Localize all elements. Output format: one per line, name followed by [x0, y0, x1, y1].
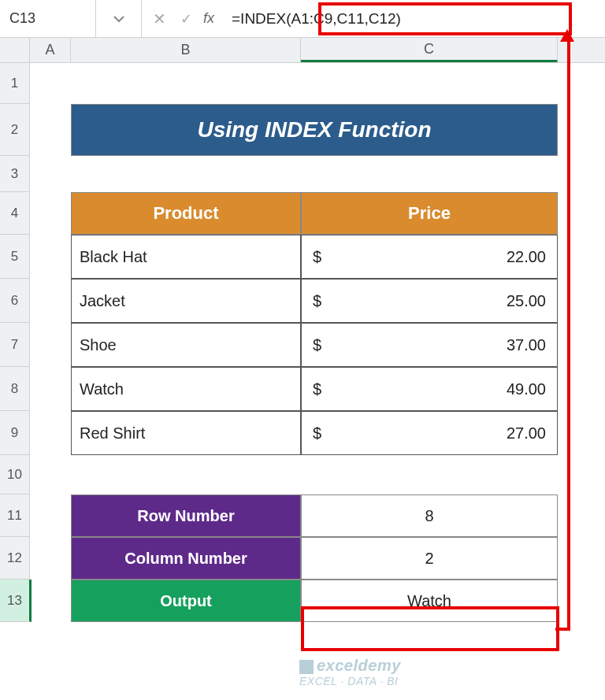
cell[interactable]	[71, 63, 301, 104]
column-header-B[interactable]: B	[71, 38, 301, 62]
row-header[interactable]: 3	[0, 156, 29, 192]
arrow-line	[555, 628, 570, 631]
cell[interactable]	[30, 156, 71, 192]
chevron-down-icon	[113, 15, 124, 23]
accept-icon[interactable]: ✓	[180, 10, 192, 28]
row-header[interactable]: 6	[0, 279, 29, 323]
arrow-head	[560, 29, 574, 42]
output-label[interactable]: Output	[71, 580, 301, 622]
row-header[interactable]: 4	[0, 192, 29, 235]
column-headers: A B C	[0, 38, 605, 63]
table-row: Watch $ 49.00	[30, 367, 605, 411]
row-header[interactable]: 1	[0, 63, 29, 104]
cell[interactable]	[30, 235, 71, 279]
price-cell[interactable]: $ 22.00	[301, 235, 558, 279]
lookup-row: Row Number 8	[30, 494, 605, 537]
select-all-corner[interactable]	[0, 38, 30, 62]
product-cell[interactable]: Black Hat	[71, 235, 301, 279]
table-row: Red Shirt $ 27.00	[30, 411, 605, 455]
formula-input[interactable]: =INDEX(A1:C9,C11,C12)	[225, 0, 605, 37]
header-price[interactable]: Price	[301, 192, 558, 235]
cell[interactable]	[30, 367, 71, 411]
product-cell[interactable]: Jacket	[71, 279, 301, 323]
cell[interactable]	[301, 63, 558, 104]
price-value: 25.00	[507, 292, 546, 310]
watermark-icon	[299, 660, 314, 674]
grid-row	[30, 455, 605, 494]
cell[interactable]	[301, 455, 558, 494]
spreadsheet-grid: 1 2 3 4 5 6 7 8 9 10 11 12 13 Using INDE…	[0, 63, 605, 622]
cell[interactable]	[71, 455, 301, 494]
grid-row	[30, 63, 605, 104]
row-number-value[interactable]: 8	[301, 494, 558, 537]
lookup-row: Column Number 2	[30, 537, 605, 580]
currency-symbol: $	[313, 424, 321, 443]
price-cell[interactable]: $ 27.00	[301, 411, 558, 455]
name-box-dropdown[interactable]	[96, 0, 142, 37]
cell[interactable]	[30, 580, 71, 622]
table-row: Black Hat $ 22.00	[30, 235, 605, 279]
grid-row: Using INDEX Function	[30, 104, 605, 156]
cell[interactable]	[30, 279, 71, 323]
price-value: 49.00	[507, 380, 546, 398]
watermark-tag: EXCEL · DATA · BI	[299, 675, 398, 687]
row-header[interactable]: 7	[0, 323, 29, 367]
price-cell[interactable]: $ 37.00	[301, 323, 558, 367]
row-header[interactable]: 5	[0, 235, 29, 279]
column-number-label[interactable]: Column Number	[71, 537, 301, 580]
cell[interactable]	[30, 537, 71, 580]
grid-row	[30, 156, 605, 192]
currency-symbol: $	[313, 248, 321, 266]
formula-bar: C13 ✕ ✓ fx =INDEX(A1:C9,C11,C12)	[0, 0, 605, 38]
currency-symbol: $	[313, 380, 321, 398]
row-header[interactable]: 13	[0, 580, 32, 622]
cell[interactable]	[30, 192, 71, 235]
grid-body: Using INDEX Function Product Price Black…	[30, 63, 605, 622]
header-product[interactable]: Product	[71, 192, 301, 235]
price-cell[interactable]: $ 49.00	[301, 367, 558, 411]
fx-icon[interactable]: fx	[203, 10, 217, 27]
row-header[interactable]: 2	[0, 104, 29, 156]
formula-controls: ✕ ✓	[142, 9, 203, 28]
price-cell[interactable]: $ 25.00	[301, 279, 558, 323]
column-header-A[interactable]: A	[30, 38, 71, 62]
output-value[interactable]: Watch	[301, 580, 558, 622]
cell[interactable]	[71, 156, 301, 192]
grid-row: Product Price	[30, 192, 605, 235]
column-header-C[interactable]: C	[301, 38, 558, 62]
cell[interactable]	[30, 63, 71, 104]
cancel-icon[interactable]: ✕	[153, 9, 166, 28]
price-value: 27.00	[507, 424, 546, 443]
cell[interactable]	[30, 104, 71, 156]
row-number-label[interactable]: Row Number	[71, 494, 301, 537]
title-cell[interactable]: Using INDEX Function	[71, 104, 558, 156]
row-header[interactable]: 9	[0, 411, 29, 455]
row-header[interactable]: 11	[0, 494, 29, 537]
row-header[interactable]: 10	[0, 455, 29, 494]
price-value: 22.00	[507, 248, 546, 266]
lookup-row: Output Watch	[30, 580, 605, 622]
column-number-value[interactable]: 2	[301, 537, 558, 580]
product-cell[interactable]: Watch	[71, 367, 301, 411]
row-header[interactable]: 8	[0, 367, 29, 411]
cell[interactable]	[30, 323, 71, 367]
currency-symbol: $	[313, 336, 321, 354]
currency-symbol: $	[313, 292, 321, 310]
arrow-line	[567, 35, 570, 631]
table-row: Jacket $ 25.00	[30, 279, 605, 323]
cell[interactable]	[301, 156, 558, 192]
watermark: exceldemy EXCEL · DATA · BI	[299, 657, 401, 687]
product-cell[interactable]: Shoe	[71, 323, 301, 367]
cell[interactable]	[30, 411, 71, 455]
product-cell[interactable]: Red Shirt	[71, 411, 301, 455]
table-row: Shoe $ 37.00	[30, 323, 605, 367]
cell[interactable]	[30, 455, 71, 494]
cell[interactable]	[30, 494, 71, 537]
row-header[interactable]: 12	[0, 537, 29, 580]
watermark-brand: exceldemy	[317, 657, 401, 674]
row-headers: 1 2 3 4 5 6 7 8 9 10 11 12 13	[0, 63, 30, 622]
price-value: 37.00	[507, 336, 546, 354]
name-box[interactable]: C13	[0, 0, 96, 37]
